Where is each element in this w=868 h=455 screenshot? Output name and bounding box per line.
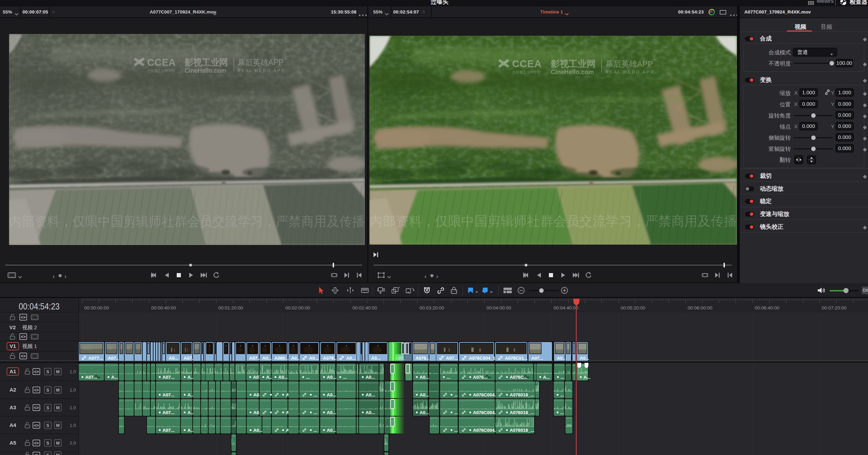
- svg-text:<>: <>: [21, 354, 26, 359]
- svg-text:A0...: A0...: [169, 356, 178, 361]
- svg-text:A07...: A07...: [249, 356, 261, 361]
- svg-text:幕后英雄APP: 幕后英雄APP: [237, 58, 283, 67]
- svg-text:A07...: A07...: [163, 410, 175, 415]
- svg-text:00:07:20:00: 00:07:20:00: [822, 305, 847, 310]
- svg-text:V2: V2: [9, 324, 16, 330]
- svg-text:内部资料，仅限中国剪辑师社群会员交流学习，严禁商用及传播: 内部资料，仅限中国剪辑师社群会员交流学习，严禁商用及传播: [369, 214, 737, 228]
- svg-text:A076C004...: A076C004...: [473, 392, 498, 397]
- svg-text:A2: A2: [9, 387, 16, 393]
- svg-text:REAL HERO APP: REAL HERO APP: [605, 69, 655, 75]
- svg-text:...: ...: [454, 392, 458, 397]
- svg-text:<>: <>: [34, 405, 39, 410]
- svg-text:...: ...: [314, 392, 317, 397]
- svg-text:A...: A...: [543, 375, 550, 380]
- svg-text:A0...: A0...: [291, 356, 300, 361]
- svg-text:A1: A1: [9, 368, 16, 374]
- svg-text:CineHello.com: CineHello.com: [185, 67, 227, 74]
- svg-text:M: M: [56, 453, 60, 455]
- svg-text:1.0: 1.0: [70, 369, 76, 374]
- svg-text:A0...: A0...: [327, 410, 336, 415]
- svg-text:A076...: A076...: [415, 356, 430, 361]
- svg-text:S: S: [46, 388, 49, 393]
- svg-text:<>: <>: [34, 388, 39, 393]
- svg-text:A076018_...: A076018_...: [510, 410, 534, 415]
- svg-text:CCEA: CCEA: [147, 56, 176, 68]
- svg-text:00:06:00:00: 00:06:00:00: [688, 305, 712, 310]
- svg-text:00:01:20:00: 00:01:20:00: [218, 305, 243, 310]
- svg-text:A076C01...: A076C01...: [505, 356, 528, 361]
- svg-text:A0...: A0...: [346, 356, 356, 361]
- svg-text:<>: <>: [21, 315, 26, 320]
- svg-text:S: S: [46, 423, 49, 428]
- svg-text:A0...: A0...: [327, 428, 336, 433]
- svg-text:1.0: 1.0: [70, 387, 76, 393]
- svg-text:A07...: A07...: [108, 356, 120, 361]
- svg-text:CCEA: CCEA: [512, 58, 542, 69]
- svg-text:A...: A...: [584, 375, 590, 380]
- svg-text:2.0: 2.0: [70, 440, 76, 446]
- svg-text:A3: A3: [9, 404, 16, 410]
- svg-text:A076C004...: A076C004...: [473, 410, 498, 415]
- svg-text:V1: V1: [10, 343, 16, 349]
- svg-text:M: M: [56, 369, 60, 374]
- svg-text:...: ...: [314, 428, 317, 433]
- svg-text:S: S: [46, 441, 49, 446]
- svg-text:<>: <>: [34, 369, 39, 374]
- svg-text:A0...: A0...: [366, 375, 375, 380]
- svg-text:A0...: A0...: [366, 392, 375, 397]
- svg-text:A0...: A0...: [327, 375, 336, 380]
- svg-text:M: M: [56, 405, 60, 410]
- svg-text:A5: A5: [9, 440, 16, 446]
- svg-text:A07...: A07...: [163, 392, 175, 397]
- svg-text:视频 1: 视频 1: [22, 343, 37, 349]
- svg-text:A0...: A0...: [327, 392, 336, 397]
- svg-text:A076018_...: A076018_...: [510, 428, 534, 433]
- svg-text:A07...: A07...: [163, 428, 175, 433]
- svg-text:00:04:54:23: 00:04:54:23: [19, 301, 60, 312]
- svg-text:A...: A...: [111, 375, 118, 380]
- svg-text:00:02:00:00: 00:02:00:00: [286, 305, 310, 310]
- svg-text:A076018_...: A076018_...: [510, 392, 534, 397]
- svg-text:S: S: [46, 369, 49, 374]
- svg-text:视频 2: 视频 2: [22, 324, 37, 330]
- svg-text:...: ...: [343, 375, 347, 380]
- svg-text:A077...: A077...: [88, 356, 103, 361]
- svg-text:00:04:40:00: 00:04:40:00: [554, 305, 578, 310]
- svg-text:A080...: A080...: [274, 356, 289, 361]
- svg-text:M: M: [56, 441, 60, 446]
- svg-text:00:00:40:00: 00:00:40:00: [151, 305, 176, 310]
- svg-text:A07...: A07...: [446, 356, 458, 361]
- svg-text:内部资料，仅限中国剪辑师社群会员交流学习，严禁商用及传播: 内部资料，仅限中国剪辑师社群会员交流学习，严禁商用及传播: [9, 214, 365, 229]
- svg-text:M: M: [56, 388, 60, 393]
- svg-text:...: ...: [306, 375, 310, 380]
- svg-text:00:02:40:00: 00:02:40:00: [352, 305, 377, 310]
- svg-text:幕后英雄APP: 幕后英雄APP: [605, 59, 653, 68]
- svg-text:A0...: A0...: [580, 356, 589, 361]
- svg-text:CineHello.com: CineHello.com: [551, 69, 594, 76]
- svg-text:...: ...: [560, 410, 564, 415]
- svg-text:00:04:00:00: 00:04:00:00: [486, 305, 511, 310]
- svg-text:<>: <>: [34, 423, 39, 428]
- svg-text:<>: <>: [34, 453, 39, 455]
- svg-text:...: ...: [314, 410, 317, 415]
- svg-text:REAL HERO APP: REAL HERO APP: [237, 68, 285, 73]
- svg-text:A079...: A079...: [323, 356, 337, 361]
- svg-text:<>: <>: [21, 334, 26, 339]
- svg-text:00:05:20:00: 00:05:20:00: [621, 305, 645, 310]
- svg-text:...: ...: [560, 392, 564, 397]
- svg-text:A4: A4: [9, 422, 16, 428]
- svg-text:<>: <>: [34, 441, 39, 446]
- svg-text:00:03:20:00: 00:03:20:00: [420, 305, 444, 310]
- svg-text:S: S: [46, 453, 49, 455]
- svg-text:A076C004_1...: A076C004_1...: [469, 356, 499, 361]
- svg-text:全影视工业网学院: 全影视工业网学院: [512, 70, 541, 74]
- svg-text:00:00:00:00: 00:00:00:00: [84, 305, 109, 310]
- svg-text:影视工业网: 影视工业网: [551, 59, 596, 69]
- svg-text:A0...: A0...: [371, 356, 380, 361]
- svg-text:A0...: A0...: [253, 428, 263, 433]
- svg-text:A076C004...: A076C004...: [473, 428, 498, 433]
- svg-text:A0...: A0...: [420, 410, 429, 415]
- svg-text:A076...: A076...: [473, 375, 488, 380]
- svg-text:A0...: A0...: [366, 410, 375, 415]
- svg-text:00:06:40:00: 00:06:40:00: [755, 305, 779, 310]
